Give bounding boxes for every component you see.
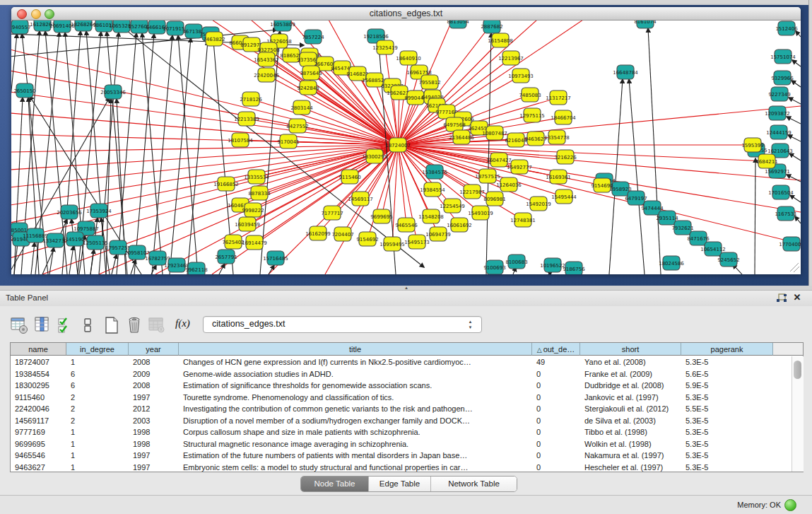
graph-node[interactable]: 8096981 [483,192,505,206]
close-window-button[interactable] [17,9,27,19]
citation-edge[interactable] [302,107,398,145]
table-row[interactable]: 977716911998Corpus callosum shape and si… [11,426,792,438]
close-panel-icon[interactable]: ✕ [792,292,803,303]
table-row[interactable]: 946554611997Estimation of the future num… [11,450,792,462]
graph-node[interactable]: 9998222 [242,203,264,217]
graph-node[interactable]: 18024586 [659,256,684,270]
graph-node[interactable]: 9245652 [717,252,739,267]
graph-node[interactable]: 9154692 [356,232,378,246]
graph-node[interactable]: 19166852 [213,177,239,191]
tab-network-table[interactable]: Network Table [431,477,517,491]
table-row[interactable]: 911546021997Tourette syndrome. Phenomeno… [11,392,792,404]
graph-node[interactable]: 11264036 [496,177,522,192]
graph-node[interactable]: 1512406 [775,21,798,35]
graph-node[interactable]: 8100683 [505,255,527,269]
graph-node[interactable]: 2650150 [13,83,35,98]
graph-node[interactable]: 11317217 [546,90,571,105]
graph-node[interactable]: 11548208 [418,209,444,223]
citation-edge[interactable] [134,34,154,274]
graph-node[interactable]: 9186756 [563,262,585,274]
graph-node[interactable]: 18466704 [551,110,576,124]
graph-node[interactable]: 6216044 [505,133,527,147]
graph-node[interactable]: 7625402 [222,235,244,249]
table-row[interactable]: 1456911722003Disruption of a novel membe… [11,415,792,427]
citation-edge[interactable] [11,113,398,145]
graph-node[interactable]: 7177717 [321,206,343,220]
graph-node[interactable]: 12093872 [765,106,790,120]
citation-edge[interactable] [28,98,39,274]
column-visibility-icon[interactable] [34,316,52,334]
citation-edge[interactable] [789,153,801,160]
column-header-out_de[interactable]: △out_de… [532,343,580,356]
graph-node[interactable]: 7463822 [203,32,225,46]
graph-node[interactable]: 20203656 [57,205,82,219]
graph-node[interactable]: 7857224 [302,30,324,44]
graph-node[interactable]: 12444159 [766,125,792,139]
graph-node[interactable]: 3216226 [554,150,577,164]
graph-node[interactable]: 14569117 [348,192,373,206]
citation-edge[interactable] [648,28,661,274]
graph-node[interactable]: 18757515 [475,169,500,183]
table-row[interactable]: 969969511998Structural magnetic resonanc… [11,438,792,450]
graph-node[interactable]: 2657791 [215,250,237,264]
vertical-scrollbar[interactable] [792,356,804,472]
graph-node[interactable]: 15716485 [263,251,288,265]
graph-node[interactable]: 8878334 [248,186,271,200]
citation-edge[interactable] [187,41,208,274]
row-selection-icon[interactable] [57,316,75,334]
column-header-title[interactable]: title [179,343,532,356]
tab-node-table[interactable]: Node Table [301,477,369,491]
table-row[interactable]: 946362711997Embryonic stem cells: a mode… [11,462,792,474]
citation-edge[interactable] [787,175,801,182]
table-row[interactable]: 2242004622012Investigating the contribut… [11,403,792,415]
graph-node[interactable]: 8813054 [447,21,469,28]
table-row[interactable]: 1938455462009Genome-wide association stu… [11,368,792,380]
zoom-window-button[interactable] [45,9,54,19]
scrollbar-thumb[interactable] [794,361,801,379]
graph-node[interactable]: 2887682 [481,21,502,33]
graph-node[interactable]: 12217987 [459,185,485,199]
graph-node[interactable]: 16162099 [305,226,331,240]
graph-node[interactable]: 7204407 [331,227,353,241]
graph-node[interactable]: 10196522 [540,258,565,272]
graph-node[interactable]: 9227349 [768,87,790,101]
graph-node[interactable]: 9699695 [370,209,392,223]
graph-node[interactable]: 18640910 [396,51,421,65]
graph-node[interactable]: 16061692 [447,218,472,232]
graph-node[interactable]: 9465546 [395,218,418,232]
graph-node[interactable]: 17016504 [768,185,794,199]
column-header-short[interactable]: short [580,343,681,356]
graph-node[interactable]: 18107584 [228,133,253,147]
citation-edge[interactable] [795,216,801,223]
citation-edge[interactable] [796,31,801,37]
graph-node[interactable]: 1684211 [755,154,777,168]
graph-node[interactable]: 2718126 [240,92,262,106]
graph-node[interactable]: 12975115 [519,108,545,122]
divider-grip-icon[interactable]: ▴ [403,285,410,290]
network-graph-canvas[interactable]: 1940557161282612069140618268264986101210… [11,21,801,274]
graph-node[interactable]: 9100693 [483,260,505,274]
graph-node[interactable]: 9242848 [297,81,319,95]
tab-edge-table[interactable]: Edge Table [369,477,431,491]
graph-node[interactable]: 9115460 [339,170,360,184]
citation-edge[interactable] [486,33,491,274]
graph-node[interactable]: 6497568 [443,117,465,132]
graph-node[interactable]: 15495444 [551,189,577,204]
graph-node[interactable]: 12254549 [440,199,465,213]
graph-node[interactable]: 8161074 [634,21,657,28]
column-header-name[interactable]: name [11,343,66,356]
graph-node[interactable]: 1595399 [741,138,763,152]
citation-edge[interactable] [788,135,801,141]
graph-node[interactable]: 20053346 [100,85,126,99]
citation-edge[interactable] [142,33,163,274]
citation-edge[interactable] [789,98,801,104]
delete-table-icon[interactable] [125,316,143,334]
graph-node[interactable]: 9463627 [524,132,546,146]
memory-status-indicator[interactable] [784,499,796,511]
graph-node[interactable]: 2803144 [290,100,313,115]
table-selector-dropdown[interactable]: citations_edges.txt ▲▼ [203,316,482,333]
graph-node[interactable]: 12213389 [234,112,259,126]
network-window-titlebar[interactable]: citations_edges.txt [11,7,801,21]
graph-node[interactable]: 16169361 [546,170,571,184]
graph-node[interactable]: 19384554 [420,182,445,197]
